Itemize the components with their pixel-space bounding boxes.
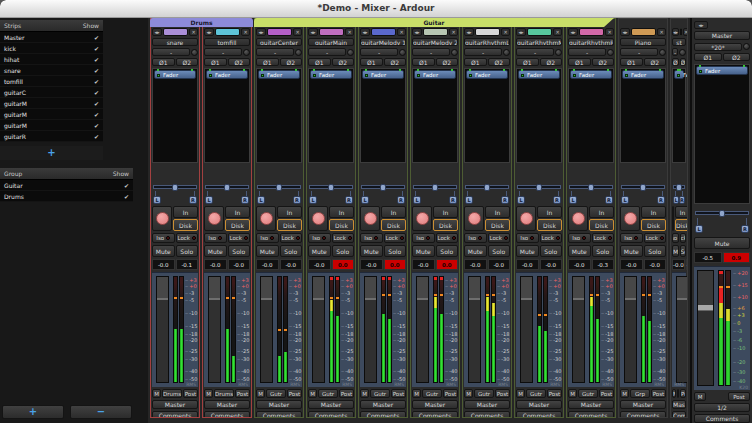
pan-left-button[interactable]: L bbox=[257, 196, 265, 204]
mute-button[interactable]: Mute bbox=[516, 245, 539, 257]
peak-display[interactable]: -0.0 bbox=[540, 259, 563, 270]
strip-width-button[interactable]: ◂▸ bbox=[152, 28, 162, 36]
visibility-checkbox[interactable]: ✔ bbox=[94, 67, 99, 74]
output-button[interactable]: Master bbox=[152, 400, 198, 409]
pan-handle[interactable] bbox=[640, 184, 646, 191]
output-button[interactable]: Master bbox=[620, 400, 666, 409]
pan-left-button[interactable]: L bbox=[413, 196, 421, 204]
gain-display[interactable]: -0.0 bbox=[464, 259, 487, 270]
track-color-chip[interactable] bbox=[527, 28, 552, 36]
solo-lock-button[interactable]: Lock bbox=[680, 233, 687, 243]
pan-right-button[interactable]: R bbox=[605, 196, 613, 204]
pan-right-button[interactable]: R bbox=[679, 196, 685, 204]
mute-button[interactable]: Mute bbox=[672, 245, 679, 257]
fader-processor[interactable]: Fader bbox=[310, 70, 352, 79]
gain-display[interactable]: -0.5 bbox=[694, 252, 722, 263]
strip-width-button[interactable]: ◂▸ bbox=[672, 28, 679, 36]
meter-point-button[interactable]: Post bbox=[235, 389, 250, 398]
phase-2-button[interactable]: Ø2 bbox=[644, 58, 667, 66]
gain-display[interactable]: -0.0 bbox=[672, 259, 685, 270]
processor-active-led[interactable] bbox=[261, 74, 264, 77]
meter-point-button[interactable]: Post bbox=[599, 389, 614, 398]
comments-button[interactable]: Comments bbox=[204, 411, 250, 418]
pan-slider[interactable] bbox=[673, 185, 685, 189]
meter-type-label[interactable]: K20 bbox=[739, 385, 748, 390]
trim-knob[interactable] bbox=[295, 49, 302, 56]
gain-fader[interactable] bbox=[156, 276, 169, 383]
trim-knob[interactable] bbox=[243, 49, 250, 56]
processor-active-led[interactable] bbox=[677, 74, 680, 77]
meter-point-button[interactable]: Post bbox=[391, 389, 406, 398]
solo-button[interactable]: Solo bbox=[384, 245, 407, 257]
panner[interactable]: L R bbox=[256, 182, 302, 204]
mute-button[interactable]: Mute bbox=[256, 245, 279, 257]
pan-handle[interactable] bbox=[484, 184, 490, 191]
fader-processor[interactable]: Fader bbox=[674, 70, 684, 79]
record-enable-button[interactable] bbox=[568, 206, 588, 231]
narrow-button[interactable]: M bbox=[256, 389, 265, 398]
pan-left-button[interactable]: L bbox=[517, 196, 525, 204]
solo-button[interactable]: Solo bbox=[592, 245, 615, 257]
peak-display[interactable]: 0.0 bbox=[384, 259, 407, 270]
processor-box[interactable]: Fader bbox=[256, 68, 302, 163]
solo-isolate-button[interactable]: Iso bbox=[204, 233, 227, 243]
mute-button[interactable]: Mute bbox=[464, 245, 487, 257]
processor-active-led[interactable] bbox=[573, 74, 576, 77]
pan-right-button[interactable]: R bbox=[189, 196, 197, 204]
monitor-disk-button[interactable]: Disk bbox=[329, 219, 354, 231]
gain-fader[interactable] bbox=[364, 276, 377, 383]
monitor-disk-button[interactable]: Disk bbox=[675, 219, 688, 231]
solo-button[interactable]: Solo bbox=[280, 245, 303, 257]
output-button[interactable]: Master bbox=[308, 400, 354, 409]
monitor-input-button[interactable]: In bbox=[433, 206, 458, 218]
gain-display[interactable]: -0.0 bbox=[516, 259, 539, 270]
group-button[interactable]: Drums bbox=[162, 389, 182, 398]
gain-fader[interactable] bbox=[208, 276, 221, 383]
solo-isolate-button[interactable]: Iso bbox=[568, 233, 591, 243]
gain-display[interactable]: -0.0 bbox=[360, 259, 383, 270]
processor-box[interactable]: Fader bbox=[694, 64, 750, 204]
strip-width-button[interactable]: ◂▸ bbox=[516, 28, 526, 36]
phase-2-button[interactable]: Ø2 bbox=[488, 58, 511, 66]
processor-box[interactable]: Fader bbox=[516, 68, 562, 163]
mute-button[interactable]: Mute bbox=[360, 245, 383, 257]
record-enable-button[interactable] bbox=[620, 206, 640, 231]
narrow-button[interactable]: M bbox=[412, 389, 421, 398]
solo-button[interactable]: Solo bbox=[228, 245, 251, 257]
phase-1-button[interactable]: Ø1 bbox=[152, 58, 175, 66]
monitor-disk-button[interactable]: Disk bbox=[589, 219, 614, 231]
peak-display[interactable]: -0.0 bbox=[686, 259, 688, 270]
sidebar-group-row[interactable]: Drums✔ bbox=[0, 191, 133, 202]
pan-handle[interactable] bbox=[676, 184, 682, 191]
group-button[interactable]: Gutr bbox=[422, 389, 442, 398]
narrow-button[interactable]: M bbox=[672, 389, 676, 398]
fader-processor[interactable]: Fader bbox=[258, 70, 300, 79]
output-button[interactable]: Master bbox=[360, 400, 406, 409]
track-color-chip[interactable] bbox=[371, 28, 396, 36]
record-enable-button[interactable] bbox=[360, 206, 380, 231]
peak-display[interactable]: -0.3 bbox=[592, 259, 615, 270]
input-button[interactable]: - bbox=[308, 48, 346, 56]
record-enable-button[interactable] bbox=[516, 206, 536, 231]
pan-handle[interactable] bbox=[328, 184, 334, 191]
gain-fader[interactable] bbox=[312, 276, 325, 383]
phase-1-button[interactable]: Ø1 bbox=[360, 58, 383, 66]
phase-1-button[interactable]: Ø1 bbox=[516, 58, 539, 66]
sidebar-strip-row[interactable]: kick✔ bbox=[0, 43, 103, 54]
solo-lock-button[interactable]: Lock bbox=[436, 233, 459, 243]
mute-button[interactable]: Mute bbox=[152, 245, 175, 257]
meter-type-label[interactable]: RMS bbox=[186, 382, 196, 387]
gain-fader[interactable] bbox=[468, 276, 481, 383]
monitor-disk-button[interactable]: Disk bbox=[225, 219, 250, 231]
visibility-checkbox[interactable]: ✔ bbox=[94, 133, 99, 140]
pan-slider[interactable] bbox=[309, 185, 353, 189]
solo-isolate-button[interactable]: Iso bbox=[308, 233, 331, 243]
fader-handle[interactable] bbox=[625, 277, 636, 300]
panner[interactable]: L R bbox=[464, 182, 510, 204]
monitor-disk-button[interactable]: Disk bbox=[537, 219, 562, 231]
peak-display[interactable]: 0.0 bbox=[436, 259, 459, 270]
pan-handle[interactable] bbox=[588, 184, 594, 191]
comments-button[interactable]: Comments bbox=[360, 411, 406, 418]
track-name-button[interactable]: guitarRhythmRight bbox=[568, 38, 614, 46]
input-button[interactable]: - bbox=[464, 48, 502, 56]
